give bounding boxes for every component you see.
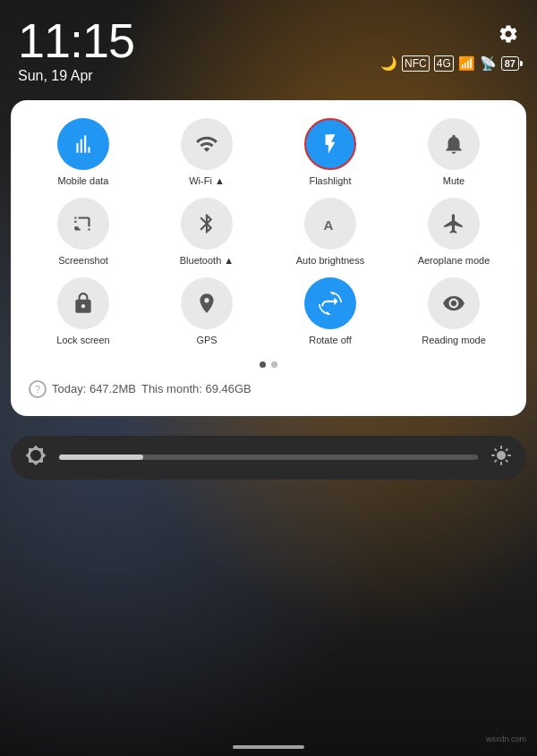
- lock-screen-label: Lock screen: [56, 335, 109, 346]
- bluetooth-icon: [181, 198, 233, 250]
- quick-settings-panel: Mobile data Wi-Fi ▲ Flashlight: [11, 100, 526, 416]
- brightness-track[interactable]: [59, 454, 478, 460]
- tile-auto-brightness[interactable]: A Auto brightness: [272, 198, 388, 267]
- today-usage: Today: 647.2MB: [52, 382, 136, 395]
- gps-label: GPS: [196, 335, 217, 346]
- flashlight-icon: [304, 118, 356, 170]
- svg-text:A: A: [323, 217, 333, 233]
- data-usage-icon: ?: [29, 380, 47, 398]
- aeroplane-icon: [428, 198, 480, 250]
- status-icons: 🌙 NFC 4G 📶 📡 87: [380, 55, 519, 72]
- tile-rotate-off[interactable]: Rotate off: [272, 277, 388, 346]
- data-icon: 4G: [434, 55, 454, 72]
- rotate-icon: [304, 277, 356, 329]
- mute-label: Mute: [443, 175, 465, 187]
- time-display: 11:15: [18, 16, 134, 64]
- clock-date: 11:15 Sun, 19 Apr: [18, 16, 134, 84]
- tile-mobile-data[interactable]: Mobile data: [25, 118, 141, 187]
- wifi-icon: [181, 118, 233, 170]
- lock-icon: [57, 277, 109, 329]
- tile-screenshot[interactable]: Screenshot: [25, 198, 141, 267]
- tiles-grid: Mobile data Wi-Fi ▲ Flashlight: [25, 118, 512, 347]
- battery-icon: 87: [501, 56, 519, 71]
- brightness-low-icon: [25, 445, 47, 471]
- do-not-disturb-icon: 🌙: [380, 55, 397, 72]
- tile-mute[interactable]: Mute: [396, 118, 512, 187]
- gps-icon: [181, 277, 233, 329]
- mobile-data-label: Mobile data: [58, 175, 109, 187]
- settings-icon[interactable]: [498, 23, 519, 50]
- date-display: Sun, 19 Apr: [18, 68, 134, 84]
- rotate-off-label: Rotate off: [309, 335, 352, 346]
- tile-reading-mode[interactable]: Reading mode: [396, 277, 512, 346]
- wifi-status-icon: 📡: [480, 55, 497, 72]
- pagination: [25, 361, 512, 368]
- nfc-icon: NFC: [402, 55, 430, 72]
- auto-brightness-icon: A: [304, 198, 356, 250]
- dot-1[interactable]: [260, 361, 266, 368]
- flashlight-label: Flashlight: [309, 175, 351, 187]
- tile-aeroplane[interactable]: Aeroplane mode: [396, 198, 512, 267]
- dot-2[interactable]: [271, 361, 277, 368]
- bluetooth-label: Bluetooth ▲: [180, 255, 234, 267]
- tile-gps[interactable]: GPS: [149, 277, 265, 346]
- mobile-data-icon: [57, 118, 109, 170]
- status-right: 🌙 NFC 4G 📶 📡 87: [380, 16, 519, 72]
- brightness-high-icon: [490, 445, 512, 471]
- reading-mode-label: Reading mode: [422, 335, 486, 346]
- battery-level: 87: [505, 58, 516, 69]
- month-usage: This month: 69.46GB: [141, 382, 251, 395]
- auto-brightness-label: Auto brightness: [296, 255, 364, 267]
- tile-flashlight[interactable]: Flashlight: [272, 118, 388, 187]
- status-bar: 11:15 Sun, 19 Apr 🌙 NFC 4G 📶 📡: [0, 0, 537, 91]
- screenshot-icon: [57, 198, 109, 250]
- tile-lock-screen[interactable]: Lock screen: [25, 277, 141, 346]
- brightness-bar: [11, 436, 526, 480]
- reading-icon: [428, 277, 480, 329]
- wifi-label: Wi-Fi ▲: [189, 175, 225, 187]
- aeroplane-label: Aeroplane mode: [418, 255, 490, 267]
- mute-icon: [428, 118, 480, 170]
- tile-wifi[interactable]: Wi-Fi ▲: [149, 118, 265, 187]
- tile-bluetooth[interactable]: Bluetooth ▲: [149, 198, 265, 267]
- signal-icon: 📶: [458, 55, 475, 72]
- data-usage: ? Today: 647.2MB This month: 69.46GB: [25, 377, 512, 402]
- brightness-fill: [59, 454, 143, 460]
- screenshot-label: Screenshot: [58, 255, 108, 267]
